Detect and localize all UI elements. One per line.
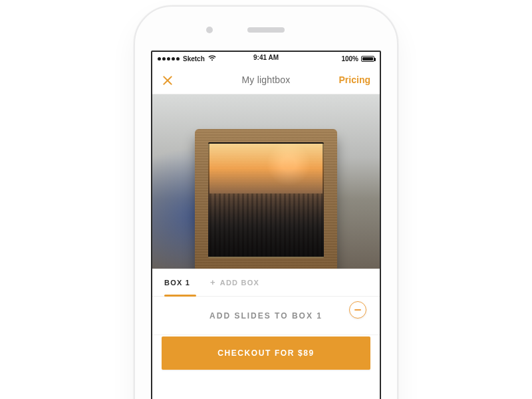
status-bar: Sketch 9:41 AM 100% xyxy=(152,52,380,65)
device-speaker xyxy=(247,27,285,33)
page-title: My lightbox xyxy=(241,74,290,85)
close-icon[interactable] xyxy=(162,74,174,86)
minus-icon xyxy=(354,309,361,311)
instruction-row: ADD SLIDES TO BOX 1 xyxy=(152,297,380,335)
lightbox-product xyxy=(195,129,337,271)
checkout-label: CHECKOUT FOR $89 xyxy=(217,348,315,358)
pricing-link[interactable]: Pricing xyxy=(339,74,370,85)
canvas: Sketch 9:41 AM 100% My lightbox Pricing xyxy=(0,0,532,399)
city-skyline xyxy=(209,194,323,257)
battery-percent: 100% xyxy=(341,55,358,63)
tab-label: BOX 1 xyxy=(164,279,190,287)
status-time: 9:41 AM xyxy=(253,54,279,61)
box-tabs: BOX 1 + ADD BOX xyxy=(152,269,380,297)
checkout-button[interactable]: CHECKOUT FOR $89 xyxy=(162,336,370,370)
plus-icon: + xyxy=(210,277,216,287)
status-right: 100% xyxy=(341,55,374,63)
carrier-label: Sketch xyxy=(183,55,205,63)
add-box-button[interactable]: + ADD BOX xyxy=(210,269,259,296)
battery-icon xyxy=(361,56,374,62)
product-preview xyxy=(152,94,380,269)
add-box-label: ADD BOX xyxy=(220,279,259,287)
device-frame: Sketch 9:41 AM 100% My lightbox Pricing xyxy=(134,5,398,399)
tab-box-1[interactable]: BOX 1 xyxy=(164,269,190,296)
instruction-text: ADD SLIDES TO BOX 1 xyxy=(209,311,323,321)
checkout-area: CHECKOUT FOR $89 xyxy=(152,335,380,380)
nav-bar: My lightbox Pricing xyxy=(152,65,380,94)
mini-action-button[interactable] xyxy=(349,301,366,319)
wifi-icon xyxy=(208,55,216,63)
slide-image xyxy=(208,142,324,258)
status-left: Sketch xyxy=(158,55,216,63)
device-camera xyxy=(206,27,213,33)
app-screen: Sketch 9:41 AM 100% My lightbox Pricing xyxy=(151,51,381,399)
signal-dots-icon xyxy=(158,57,180,61)
